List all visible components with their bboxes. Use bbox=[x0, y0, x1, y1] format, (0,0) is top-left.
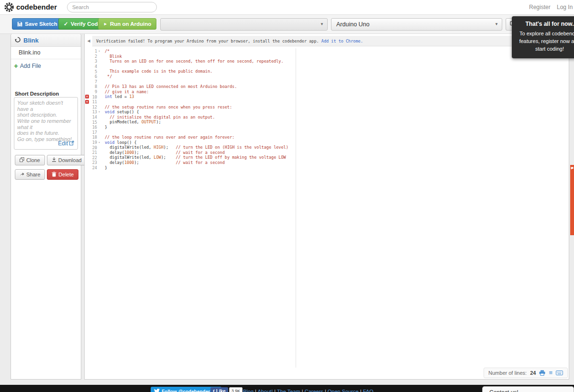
gutter-line[interactable]: 13▾ bbox=[85, 109, 103, 115]
gutter-line[interactable]: 7 bbox=[85, 79, 103, 85]
feedback-bubble-icon bbox=[571, 167, 574, 170]
footer-links: Blog | About! | The Team | Careers | Ope… bbox=[243, 389, 374, 392]
gutter-line[interactable]: 9 bbox=[85, 89, 103, 95]
edit-description-link[interactable]: Edit bbox=[58, 140, 74, 147]
footer-link-separator: | bbox=[273, 389, 277, 392]
gutter-line[interactable]: 19▾ bbox=[85, 140, 103, 145]
editor-gutter: 1▾23456789✕10✕111213▾141516171819▾202122… bbox=[85, 49, 103, 170]
clone-icon bbox=[20, 157, 24, 163]
login-link[interactable]: Log In bbox=[557, 4, 573, 11]
code-line[interactable]: // the setup routine runs once when you … bbox=[105, 105, 569, 110]
footer-link-separator: | bbox=[300, 389, 305, 392]
tooltip-title: That's all for now. bbox=[514, 21, 574, 27]
code-line[interactable]: void loop() { bbox=[105, 140, 569, 145]
code-line[interactable]: // initialize the digital pin as an outp… bbox=[105, 115, 569, 120]
footer-link-careers[interactable]: Careers bbox=[305, 389, 323, 392]
sidebar-collapse-handle[interactable]: ◀ bbox=[86, 36, 92, 46]
gutter-line[interactable]: ✕11 bbox=[85, 99, 103, 105]
fold-caret-icon[interactable]: ▾ bbox=[97, 49, 101, 53]
port-select[interactable]: ▼ bbox=[160, 18, 328, 31]
footer-link-blog[interactable]: Blog bbox=[243, 389, 254, 392]
clone-download-row: Clone Download bbox=[15, 155, 87, 165]
save-sketch-button[interactable]: Save Sketch bbox=[12, 18, 63, 30]
gutter-line[interactable]: 3 bbox=[85, 59, 103, 64]
gutter-line[interactable]: 16 bbox=[85, 125, 103, 130]
footer-link-the-team[interactable]: The Team bbox=[277, 389, 300, 392]
code-line[interactable] bbox=[105, 64, 569, 69]
code-line[interactable]: Turns on an LED on for one second, then … bbox=[105, 59, 569, 64]
gutter-line[interactable]: 12 bbox=[85, 105, 103, 110]
gutter-line[interactable]: 23 bbox=[85, 160, 103, 165]
code-editor-panel: ◀ Verification failed! To program your A… bbox=[84, 33, 569, 380]
error-marker: ✕ bbox=[85, 100, 89, 104]
code-line[interactable]: // Pin 13 has an LED connected on most A… bbox=[105, 84, 569, 89]
line-number: 8 bbox=[85, 84, 97, 89]
line-number: 24 bbox=[85, 165, 97, 170]
code-line[interactable]: int led = 13 bbox=[105, 94, 569, 99]
code-area[interactable]: 1▾23456789✕10✕111213▾141516171819▾202122… bbox=[85, 48, 569, 368]
code-line[interactable]: delay(1000); // wait for a second bbox=[105, 160, 569, 165]
file-item-blink-ino[interactable]: Blink.ino bbox=[11, 46, 81, 59]
code-line[interactable]: pinMode(led, OUTPUT); bbox=[105, 120, 569, 125]
gutter-line[interactable]: 21 bbox=[85, 150, 103, 155]
code-line[interactable] bbox=[105, 79, 569, 85]
fold-caret-icon[interactable]: ▾ bbox=[97, 141, 101, 144]
code-line[interactable]: digitalWrite(led, HIGH); // turn the LED… bbox=[105, 145, 569, 150]
footer-link-about-[interactable]: About! bbox=[257, 389, 273, 392]
code-line[interactable] bbox=[105, 99, 569, 105]
board-select[interactable]: Arduino Uno ▼ bbox=[331, 18, 502, 31]
code-line[interactable]: } bbox=[105, 125, 569, 130]
line-wrap-icon[interactable]: ≡ bbox=[549, 370, 552, 376]
delete-button[interactable]: Delete bbox=[47, 169, 78, 180]
gutter-line[interactable]: 14 bbox=[85, 115, 103, 120]
facebook-like-button[interactable]: f Like bbox=[210, 387, 228, 392]
contact-us-widget[interactable]: Contact us! bbox=[482, 386, 574, 392]
line-number: 1 bbox=[85, 49, 97, 54]
error-marker: ✕ bbox=[85, 95, 89, 98]
print-icon[interactable] bbox=[539, 370, 545, 376]
gutter-line[interactable]: 8 bbox=[85, 84, 103, 89]
gutter-line[interactable]: 6 bbox=[85, 74, 103, 79]
add-file-button[interactable]: + Add File bbox=[14, 63, 41, 69]
clone-button[interactable]: Clone bbox=[15, 155, 45, 165]
edit-icon bbox=[69, 140, 74, 147]
gutter-line[interactable]: 24 bbox=[85, 165, 103, 171]
gutter-line[interactable]: 17 bbox=[85, 130, 103, 135]
gutter-line[interactable]: 5 bbox=[85, 69, 103, 74]
run-on-arduino-button[interactable]: ► Run on Arduino bbox=[98, 18, 156, 30]
download-button[interactable]: Download bbox=[47, 155, 87, 165]
keyboard-shortcuts-icon[interactable] bbox=[556, 370, 563, 375]
gutter-line[interactable]: 2 bbox=[85, 54, 103, 59]
code-line[interactable]: Blink bbox=[105, 54, 569, 59]
search-input[interactable] bbox=[67, 2, 157, 12]
gutter-line[interactable]: 18 bbox=[85, 135, 103, 140]
code-line[interactable] bbox=[105, 130, 569, 135]
gutter-line[interactable]: ✕10 bbox=[85, 94, 103, 99]
code-line[interactable]: */ bbox=[105, 74, 569, 79]
share-button[interactable]: Share bbox=[15, 169, 45, 180]
gutter-line[interactable]: 22 bbox=[85, 155, 103, 160]
code-line[interactable]: // the loop routine runs over and over a… bbox=[105, 135, 569, 140]
code-line[interactable]: void setup() { bbox=[105, 109, 569, 115]
fold-caret-icon[interactable]: ▾ bbox=[97, 110, 101, 114]
line-number: 16 bbox=[85, 125, 97, 130]
top-header: codebender Register Log In bbox=[0, 0, 574, 15]
code-line[interactable]: This example code is in the public domai… bbox=[105, 69, 569, 74]
code-line[interactable]: } bbox=[105, 165, 569, 171]
footer-link-faq[interactable]: FAQ bbox=[363, 389, 374, 392]
gutter-line[interactable]: 15 bbox=[85, 120, 103, 125]
gutter-line[interactable]: 4 bbox=[85, 64, 103, 69]
line-number: 19 bbox=[85, 140, 97, 145]
code-line[interactable]: delay(1000); // wait for a second bbox=[105, 150, 569, 155]
code-line[interactable]: digitalWrite(led, LOW); // turn the LED … bbox=[105, 155, 569, 160]
gutter-line[interactable]: 1▾ bbox=[85, 49, 103, 54]
line-number: 7 bbox=[85, 79, 97, 84]
add-to-chrome-link[interactable]: Add it to Chrome. bbox=[321, 39, 363, 44]
caret-down-icon: ▼ bbox=[495, 19, 498, 30]
gutter-line[interactable]: 20 bbox=[85, 145, 103, 150]
code-line[interactable]: /* bbox=[105, 49, 569, 54]
register-link[interactable]: Register bbox=[529, 4, 551, 11]
code-line[interactable]: // give it a name: bbox=[105, 89, 569, 95]
feedback-tab[interactable] bbox=[570, 165, 574, 235]
footer-link-open-source[interactable]: Open Source bbox=[328, 389, 359, 392]
